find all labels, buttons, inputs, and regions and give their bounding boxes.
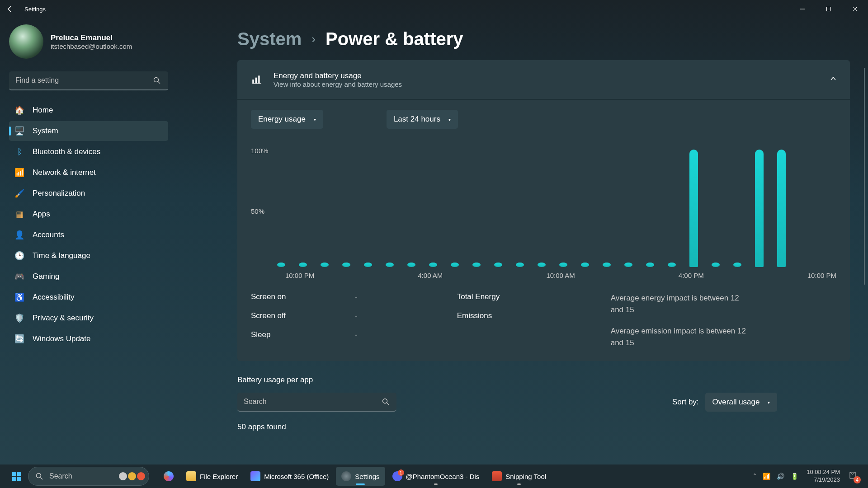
chart-bar[interactable] [299, 263, 307, 267]
chart-bar[interactable] [451, 263, 459, 267]
svg-rect-6 [252, 80, 254, 84]
nav-gaming[interactable]: 🎮Gaming [9, 267, 168, 286]
clock[interactable]: 10:08:24 PM 7/19/2023 [807, 469, 840, 484]
close-button[interactable] [842, 0, 868, 18]
app-search[interactable] [237, 393, 396, 412]
scrollbar[interactable] [864, 68, 865, 285]
svg-rect-7 [255, 78, 257, 84]
per-app-title: Battery usage per app [237, 375, 850, 385]
nav-home[interactable]: 🏠Home [9, 100, 168, 120]
m365-icon [250, 471, 260, 481]
sleep-value: - [355, 330, 358, 339]
back-button[interactable] [4, 3, 16, 15]
search-input[interactable] [9, 71, 168, 90]
metric-dropdown[interactable]: Energy usage ▾ [251, 110, 323, 129]
battery-icon[interactable]: 🔋 [791, 473, 798, 480]
svg-line-5 [158, 82, 160, 84]
avatar [9, 24, 43, 59]
chevron-up-icon [830, 75, 836, 84]
chart-bar[interactable] [516, 263, 524, 267]
svg-rect-13 [12, 477, 16, 481]
nav-personalization[interactable]: 🖌️Personalization [9, 183, 168, 203]
chart-bar[interactable] [646, 263, 654, 267]
chart-bar[interactable] [364, 263, 372, 267]
range-dropdown[interactable]: Last 24 hours ▾ [387, 110, 458, 129]
volume-icon[interactable]: 🔊 [777, 473, 784, 480]
breadcrumb: System › Power & battery [237, 29, 850, 49]
app-title: Settings [24, 6, 46, 13]
search-icon [382, 398, 389, 407]
notifications-button[interactable]: 4 [848, 471, 859, 482]
chart-bar[interactable] [321, 263, 329, 267]
bluetooth-icon: ᛒ [14, 147, 24, 157]
nav-time[interactable]: 🕒Time & language [9, 246, 168, 266]
card-title: Energy and battery usage [274, 71, 402, 80]
total-energy-label: Total Energy [457, 292, 511, 301]
app-search-input[interactable] [237, 393, 396, 412]
chart-bar[interactable] [581, 263, 589, 267]
nav-apps[interactable]: ▦Apps [9, 204, 168, 224]
taskbar-snipping[interactable]: Snipping Tool [486, 467, 552, 486]
brush-icon: 🖌️ [14, 188, 24, 198]
sort-dropdown[interactable]: Overall usage ▾ [705, 393, 778, 412]
profile[interactable]: Preluca Emanuel itstechbased@outlook.com [9, 24, 170, 59]
chart-bar[interactable] [429, 263, 437, 267]
nav-update[interactable]: 🔄Windows Update [9, 329, 168, 349]
nav-network[interactable]: 📶Network & internet [9, 163, 168, 183]
card-subtitle: View info about energy and battery usage… [274, 80, 402, 88]
chart-bar[interactable] [777, 150, 786, 267]
nav-accounts[interactable]: 👤Accounts [9, 225, 168, 245]
taskbar-discord[interactable]: 1@PhantomOcean3 - Dis [387, 467, 485, 486]
chart-bar[interactable] [689, 150, 698, 267]
chart-bar[interactable] [755, 150, 764, 267]
taskbar-file-explorer[interactable]: File Explorer [181, 467, 243, 486]
chart-bar[interactable] [668, 263, 676, 267]
maximize-button[interactable] [816, 0, 842, 18]
discord-icon: 1 [392, 471, 402, 481]
nav-bluetooth[interactable]: ᛒBluetooth & devices [9, 142, 168, 162]
chart-bar[interactable] [603, 263, 611, 267]
chart-bar[interactable] [733, 263, 741, 267]
chevron-down-icon: ▾ [314, 117, 316, 122]
chart-bar[interactable] [712, 263, 720, 267]
taskbar-copilot[interactable] [158, 467, 179, 486]
svg-line-10 [387, 403, 389, 405]
copilot-icon [164, 471, 174, 481]
start-button[interactable] [9, 469, 24, 484]
chart-bar[interactable] [386, 263, 394, 267]
chart-bar[interactable] [277, 263, 285, 267]
settings-search[interactable] [9, 71, 170, 90]
taskbar-settings[interactable]: Settings [336, 467, 385, 486]
chart-bar[interactable] [472, 263, 481, 267]
breadcrumb-current: Power & battery [326, 29, 463, 49]
chart-bar[interactable] [494, 263, 502, 267]
nav-privacy[interactable]: 🛡️Privacy & security [9, 308, 168, 328]
wifi-icon: 📶 [14, 168, 24, 178]
nav-list: 🏠Home 🖥️System ᛒBluetooth & devices 📶Net… [9, 100, 170, 349]
chart-bar[interactable] [342, 263, 350, 267]
system-icon: 🖥️ [14, 126, 24, 136]
screen-on-label: Screen on [251, 292, 292, 301]
search-icon [153, 77, 160, 86]
svg-point-4 [154, 78, 159, 82]
breadcrumb-root[interactable]: System [237, 29, 302, 49]
taskbar-m365[interactable]: Microsoft 365 (Office) [245, 467, 334, 486]
apps-found-text: 50 apps found [237, 422, 850, 432]
wifi-icon[interactable]: 📶 [763, 473, 770, 480]
chart-bar[interactable] [407, 263, 415, 267]
nav-accessibility[interactable]: ♿Accessibility [9, 287, 168, 307]
chart-bar[interactable] [624, 263, 632, 267]
update-icon: 🔄 [14, 334, 24, 344]
profile-email: itstechbased@outlook.com [51, 42, 132, 50]
minimize-button[interactable] [789, 0, 816, 18]
chart-bar[interactable] [559, 263, 567, 267]
home-icon: 🏠 [14, 105, 24, 115]
energy-card-header[interactable]: Energy and battery usage View info about… [237, 60, 850, 99]
taskbar-search[interactable]: Search [28, 467, 149, 486]
system-tray[interactable]: ˄ 📶 🔊 🔋 [753, 473, 798, 480]
nav-system[interactable]: 🖥️System [9, 121, 168, 141]
svg-rect-8 [258, 75, 259, 83]
chevron-up-icon[interactable]: ˄ [753, 473, 756, 480]
chart-bar[interactable] [538, 263, 546, 267]
search-highlights-icon [119, 472, 145, 480]
